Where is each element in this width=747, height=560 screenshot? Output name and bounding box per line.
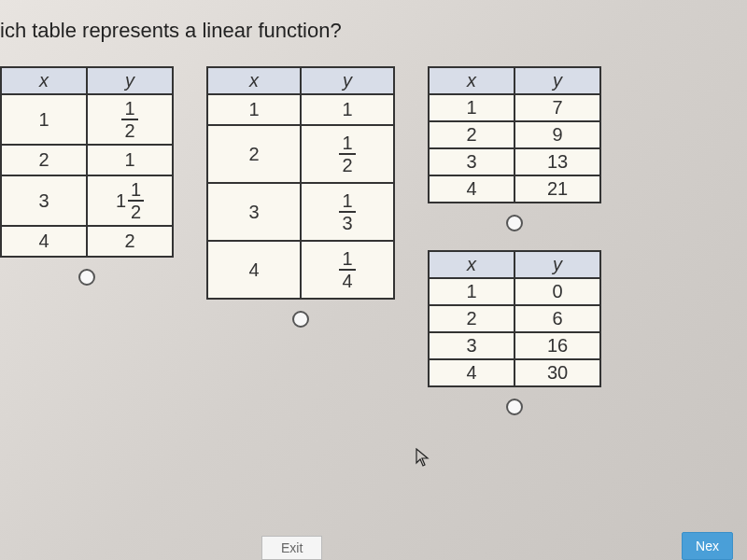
header-y: y: [514, 67, 600, 94]
table-cell: 4: [207, 241, 301, 299]
table-cell: 21: [514, 175, 600, 203]
header-y: y: [514, 251, 600, 278]
table-cell: 13: [514, 148, 600, 175]
table-cell: 4: [1, 226, 87, 257]
table-cell: 0: [514, 278, 600, 305]
table-cell: 3: [429, 332, 514, 359]
table-cell: 7: [514, 94, 600, 121]
table-cell: 1 2: [87, 94, 173, 145]
table-cell: 30: [514, 359, 600, 386]
table-cell: 1: [87, 145, 173, 175]
fraction: 1 2: [339, 133, 355, 175]
table-cell: 2: [87, 226, 173, 257]
table-cell: 1: [207, 94, 301, 125]
table-cell: 1 2: [301, 125, 394, 183]
table-cell: 1: [429, 94, 514, 121]
option-3: x y 1 7 2 9 3 13 4 21: [428, 66, 601, 231]
header-y: y: [301, 67, 394, 94]
table-cell: 2: [429, 305, 514, 332]
table-cell: 6: [514, 305, 600, 332]
table-4: x y 1 0 2 6 3 16 4 30: [428, 250, 601, 387]
radio-option-3[interactable]: [506, 215, 523, 231]
option-1: x y 1 1 2 2 1 3 1: [0, 66, 174, 286]
fraction: 1 2: [121, 99, 137, 140]
tables-container: x y 1 1 2 2 1 3 1: [0, 66, 747, 415]
table-cell: 4: [429, 175, 514, 203]
radio-option-2[interactable]: [292, 311, 309, 328]
table-cell: 1: [301, 94, 394, 125]
fraction: 1 4: [339, 249, 355, 290]
header-x: x: [207, 67, 301, 94]
mixed-fraction: 1 1 2: [116, 180, 144, 221]
table-cell: 1 4: [301, 241, 394, 299]
table-cell: 3: [429, 148, 514, 175]
table-1: x y 1 1 2 2 1 3 1: [0, 66, 174, 258]
table-2: x y 1 1 2 1 2 3 1: [206, 66, 395, 300]
table-cell: 2: [207, 125, 301, 183]
table-cell: 1: [429, 278, 514, 305]
question-text: ich table represents a linear function?: [0, 19, 747, 66]
table-cell: 1 1 2: [87, 175, 173, 226]
header-x: x: [1, 67, 87, 94]
table-cell: 1 3: [301, 183, 394, 241]
exit-button[interactable]: Exit: [261, 536, 322, 560]
header-y: y: [87, 67, 173, 94]
table-cell: 2: [1, 145, 87, 175]
table-3: x y 1 7 2 9 3 13 4 21: [428, 66, 601, 203]
fraction: 1 3: [339, 191, 355, 232]
option-2: x y 1 1 2 1 2 3 1: [206, 66, 395, 328]
right-column: x y 1 7 2 9 3 13 4 21: [428, 66, 601, 415]
next-button[interactable]: Nex: [682, 532, 733, 560]
header-x: x: [429, 251, 514, 278]
table-cell: 3: [207, 183, 301, 241]
cursor-icon: [416, 448, 430, 473]
header-x: x: [429, 67, 514, 94]
table-cell: 16: [514, 332, 600, 359]
table-cell: 3: [1, 175, 87, 226]
option-4: x y 1 0 2 6 3 16 4 30: [428, 250, 601, 415]
table-cell: 2: [429, 121, 514, 148]
table-cell: 4: [429, 359, 514, 386]
table-cell: 9: [514, 121, 600, 148]
radio-option-4[interactable]: [506, 399, 523, 415]
radio-option-1[interactable]: [78, 269, 95, 286]
table-cell: 1: [1, 94, 87, 145]
